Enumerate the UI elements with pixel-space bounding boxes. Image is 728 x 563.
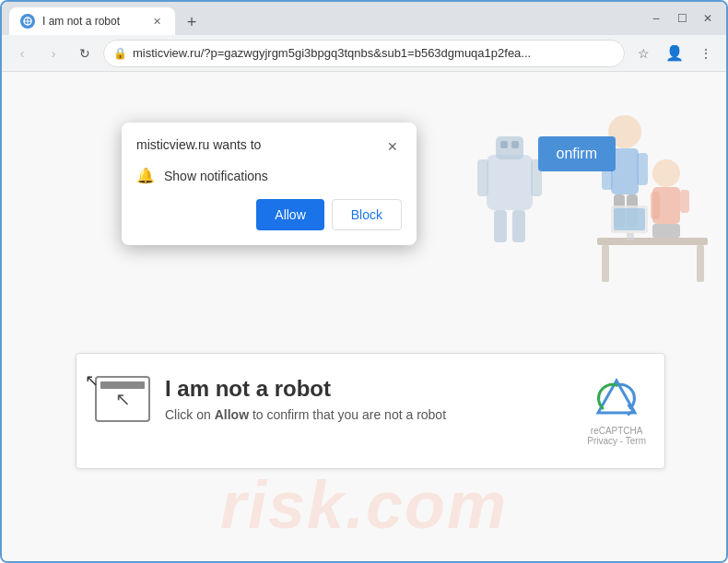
tab-area: I am not a robot ✕ + [9, 2, 638, 35]
captcha-subtext: Click on Allow to confirm that you are n… [165, 407, 572, 422]
svg-rect-20 [680, 190, 689, 213]
new-tab-button[interactable]: + [179, 9, 205, 35]
recaptcha-logo [593, 376, 640, 422]
confirm-area: onfirm [538, 136, 616, 171]
svg-rect-10 [512, 210, 525, 242]
svg-rect-3 [487, 155, 533, 210]
captcha-box: ↖ I am not a robot Click on Allow to con… [76, 353, 665, 469]
mouse-cursor: ↖ [85, 370, 99, 391]
captcha-icon: ↖ [95, 376, 150, 422]
allow-button[interactable]: Allow [256, 199, 323, 230]
svg-rect-6 [511, 141, 519, 148]
bookmark-icon[interactable]: ☆ [630, 41, 656, 66]
block-button[interactable]: Block [332, 199, 402, 230]
window-controls: – ☐ ✕ [645, 7, 719, 29]
popup-buttons: Allow Block [136, 199, 402, 230]
recaptcha-area: reCAPTCHA Privacy - Term [587, 376, 646, 446]
tab-favicon [20, 14, 35, 29]
svg-rect-22 [597, 238, 708, 245]
popup-header: misticview.ru wants to ✕ [136, 137, 402, 156]
close-button[interactable]: ✕ [697, 7, 719, 29]
captcha-subtext-prefix: Click on [165, 407, 215, 422]
confirm-button[interactable]: onfirm [538, 136, 616, 171]
recaptcha-links: Privacy - Term [587, 436, 646, 446]
popup-title: misticview.ru wants to [136, 137, 261, 152]
svg-rect-26 [614, 208, 645, 230]
tab-title: I am not a robot [42, 15, 142, 28]
captcha-subtext-bold: Allow [215, 407, 249, 422]
robot-illustration [468, 81, 708, 311]
profile-icon[interactable]: 👤 [662, 41, 687, 66]
svg-rect-7 [477, 159, 488, 196]
popup-notification-row: 🔔 Show notifications [136, 167, 402, 184]
tab-close-button[interactable]: ✕ [149, 14, 164, 29]
bell-icon: 🔔 [136, 167, 155, 184]
svg-rect-4 [496, 136, 523, 159]
minimize-button[interactable]: – [645, 7, 667, 29]
notification-popup: misticview.ru wants to ✕ 🔔 Show notifica… [122, 123, 417, 245]
svg-rect-24 [697, 245, 704, 282]
back-button[interactable]: ‹ [9, 41, 35, 66]
svg-rect-9 [494, 210, 507, 242]
title-bar: I am not a robot ✕ + – ☐ ✕ [2, 2, 726, 35]
maximize-button[interactable]: ☐ [671, 7, 693, 29]
recaptcha-label: reCAPTCHA [591, 426, 643, 436]
watermark: risk.com [220, 467, 508, 543]
url-text: misticview.ru/?p=gazwgyjrgm5gi3bpgq3tqnb… [133, 46, 615, 60]
refresh-button[interactable]: ↻ [72, 41, 98, 66]
captcha-arrow-icon: ↖ [115, 388, 131, 410]
captcha-heading: I am not a robot [165, 376, 572, 402]
address-bar: ‹ › ↻ 🔒 misticview.ru/?p=gazwgyjrgm5gi3b… [2, 35, 726, 72]
svg-rect-23 [602, 245, 609, 282]
lock-icon: 🔒 [113, 47, 127, 60]
active-tab[interactable]: I am not a robot ✕ [9, 7, 175, 35]
page-content: risk.com [2, 72, 726, 561]
url-bar[interactable]: 🔒 misticview.ru/?p=gazwgyjrgm5gi3bpgq3tq… [103, 40, 625, 67]
svg-point-17 [652, 159, 680, 187]
captcha-text-area: I am not a robot Click on Allow to confi… [165, 376, 572, 422]
captcha-subtext-suffix: to confirm that you are not a robot [249, 407, 446, 422]
svg-rect-21 [652, 224, 680, 238]
menu-icon[interactable]: ⋮ [693, 41, 719, 66]
svg-rect-14 [637, 153, 648, 185]
notification-label: Show notifications [164, 169, 268, 183]
svg-rect-27 [627, 233, 634, 240]
popup-close-button[interactable]: ✕ [383, 137, 402, 156]
svg-rect-5 [500, 141, 508, 148]
browser-window: I am not a robot ✕ + – ☐ ✕ ‹ › ↻ 🔒 misti… [0, 0, 728, 563]
forward-button[interactable]: › [41, 41, 66, 66]
svg-rect-19 [651, 192, 660, 219]
